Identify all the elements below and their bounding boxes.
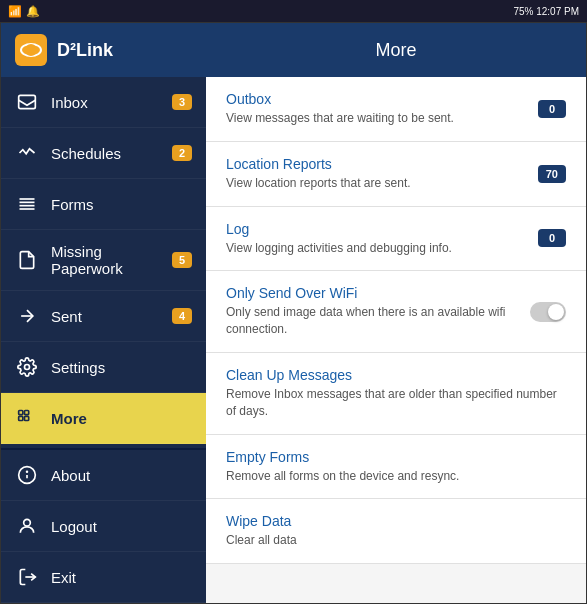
empty-forms-desc: Remove all forms on the device and resyn… (226, 468, 566, 485)
content-header: More (206, 23, 586, 77)
location-reports-desc: View location reports that are sent. (226, 175, 528, 192)
forms-icon (15, 192, 39, 216)
schedules-icon (15, 141, 39, 165)
sidebar-item-schedules-label: Schedules (51, 145, 172, 162)
content-body: Outbox View messages that are waiting to… (206, 77, 586, 603)
missing-paperwork-badge: 5 (172, 252, 192, 268)
empty-forms-title: Empty Forms (226, 449, 566, 465)
content-item-log[interactable]: Log View logging activities and debuggin… (206, 207, 586, 272)
sidebar-item-missing-paperwork-label: Missing Paperwork (51, 243, 172, 277)
exit-icon (15, 565, 39, 589)
wifi-only-desc: Only send image data when there is an av… (226, 304, 520, 338)
svg-rect-10 (19, 416, 23, 420)
sidebar-item-exit-label: Exit (51, 569, 192, 586)
sent-icon (15, 304, 39, 328)
location-reports-text: Location Reports View location reports t… (226, 156, 528, 192)
sidebar-item-sent-label: Sent (51, 308, 172, 325)
content-item-wipe-data[interactable]: Wipe Data Clear all data (206, 499, 586, 564)
sidebar-item-forms-label: Forms (51, 196, 192, 213)
sidebar-item-sent[interactable]: Sent 4 (1, 291, 206, 342)
cleanup-title: Clean Up Messages (226, 367, 566, 383)
location-reports-title: Location Reports (226, 156, 528, 172)
wifi-only-text: Only Send Over WiFi Only send image data… (226, 285, 520, 338)
wipe-data-title: Wipe Data (226, 513, 566, 529)
sidebar-item-logout[interactable]: Logout (1, 501, 206, 552)
svg-point-15 (24, 519, 31, 526)
empty-forms-text: Empty Forms Remove all forms on the devi… (226, 449, 566, 485)
wifi-only-title: Only Send Over WiFi (226, 285, 520, 301)
logo-area: D²Link (1, 23, 206, 77)
app-name: D²Link (57, 40, 113, 61)
cleanup-desc: Remove Inbox messages that are older tha… (226, 386, 566, 420)
bottom-nav: About Logout (1, 448, 206, 603)
content-item-outbox[interactable]: Outbox View messages that are waiting to… (206, 77, 586, 142)
log-desc: View logging activities and debugging in… (226, 240, 528, 257)
sidebar-item-settings[interactable]: Settings (1, 342, 206, 393)
status-bar-info: 75% 12:07 PM (513, 6, 579, 17)
content-item-empty-forms[interactable]: Empty Forms Remove all forms on the devi… (206, 435, 586, 500)
svg-rect-9 (25, 411, 29, 415)
status-bar: 📶 🔔 75% 12:07 PM (0, 0, 587, 22)
sidebar-item-schedules[interactable]: Schedules 2 (1, 128, 206, 179)
sidebar-item-missing-paperwork[interactable]: Missing Paperwork 5 (1, 230, 206, 291)
svg-point-7 (25, 365, 30, 370)
app-logo-icon (15, 34, 47, 66)
wifi-icon: 📶 (8, 5, 22, 18)
svg-rect-11 (25, 416, 29, 420)
outbox-text: Outbox View messages that are waiting to… (226, 91, 528, 127)
outbox-badge: 0 (538, 100, 566, 118)
sidebar-item-exit[interactable]: Exit (1, 552, 206, 603)
status-bar-left: 📶 🔔 (8, 5, 40, 18)
content-area: More Outbox View messages that are waiti… (206, 23, 586, 603)
location-reports-badge: 70 (538, 165, 566, 183)
sidebar-item-forms[interactable]: Forms (1, 179, 206, 230)
log-title: Log (226, 221, 528, 237)
logout-icon (15, 514, 39, 538)
cleanup-text: Clean Up Messages Remove Inbox messages … (226, 367, 566, 420)
outbox-title: Outbox (226, 91, 528, 107)
inbox-badge: 3 (172, 94, 192, 110)
sidebar-item-more[interactable]: More (1, 393, 206, 444)
sidebar: D²Link Inbox 3 (1, 23, 206, 603)
sidebar-item-more-label: More (51, 410, 192, 427)
nav-items: Inbox 3 Schedules 2 (1, 77, 206, 448)
paperwork-icon (15, 248, 39, 272)
sidebar-item-logout-label: Logout (51, 518, 192, 535)
main-container: D²Link Inbox 3 (0, 22, 587, 604)
content-item-location-reports[interactable]: Location Reports View location reports t… (206, 142, 586, 207)
content-title: More (375, 40, 416, 61)
settings-icon (15, 355, 39, 379)
log-badge: 0 (538, 229, 566, 247)
sent-badge: 4 (172, 308, 192, 324)
wifi-only-toggle[interactable] (530, 302, 566, 322)
sidebar-item-about-label: About (51, 467, 192, 484)
sidebar-item-inbox-label: Inbox (51, 94, 172, 111)
content-item-wifi-only[interactable]: Only Send Over WiFi Only send image data… (206, 271, 586, 353)
about-icon (15, 463, 39, 487)
wipe-data-text: Wipe Data Clear all data (226, 513, 566, 549)
svg-rect-8 (19, 411, 23, 415)
schedules-badge: 2 (172, 145, 192, 161)
wipe-data-desc: Clear all data (226, 532, 566, 549)
content-item-cleanup[interactable]: Clean Up Messages Remove Inbox messages … (206, 353, 586, 435)
sidebar-item-about[interactable]: About (1, 450, 206, 501)
status-bar-right: 75% 12:07 PM (513, 6, 579, 17)
inbox-icon (15, 90, 39, 114)
outbox-desc: View messages that are waiting to be sen… (226, 110, 528, 127)
log-text: Log View logging activities and debuggin… (226, 221, 528, 257)
more-icon (15, 406, 39, 430)
notification-icon: 🔔 (26, 5, 40, 18)
sidebar-item-inbox[interactable]: Inbox 3 (1, 77, 206, 128)
sidebar-item-settings-label: Settings (51, 359, 192, 376)
